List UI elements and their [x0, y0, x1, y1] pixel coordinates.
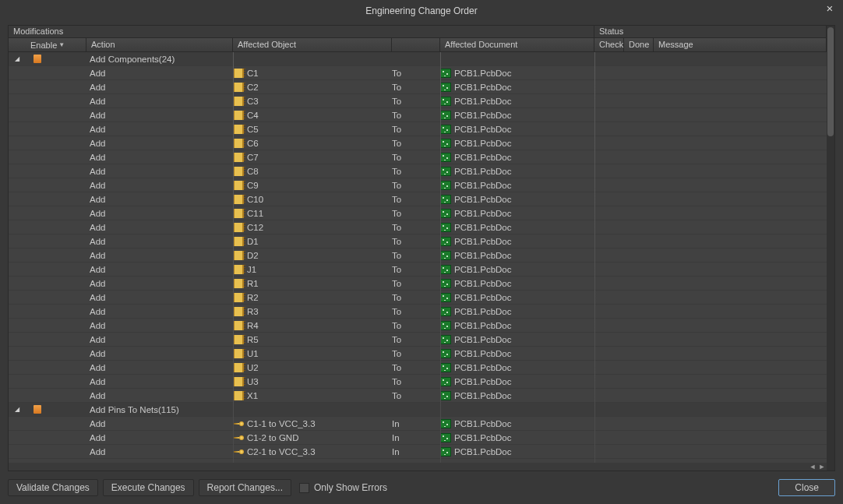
affected-object: J1: [247, 265, 256, 274]
table-row[interactable]: ✓AddC4ToPCB1.PcbDoc: [9, 108, 827, 122]
col-direction[interactable]: [392, 38, 440, 51]
table-row[interactable]: ✓AddC9ToPCB1.PcbDoc: [9, 178, 827, 192]
table-row[interactable]: ✓AddC6ToPCB1.PcbDoc: [9, 136, 827, 150]
group-row[interactable]: ◢Add Pins To Nets(115): [9, 403, 827, 417]
action-cell: Add: [86, 419, 233, 428]
table-row[interactable]: ✓AddU3ToPCB1.PcbDoc: [9, 375, 827, 389]
affected-document: PCB1.PcbDoc: [454, 69, 512, 78]
action-cell: Add: [86, 293, 233, 302]
affected-object: C10: [247, 195, 263, 204]
pcb-doc-icon: [440, 293, 451, 302]
close-button[interactable]: Close: [778, 479, 835, 496]
col-enable[interactable]: Enable: [13, 41, 57, 50]
scrollbar-thumb[interactable]: [827, 27, 834, 136]
col-done[interactable]: Done: [624, 38, 654, 51]
affected-document: PCB1.PcbDoc: [454, 209, 512, 218]
pin-icon: [233, 419, 244, 428]
action-cell: Add: [86, 251, 233, 260]
table-row[interactable]: ✓AddC8ToPCB1.PcbDoc: [9, 164, 827, 178]
action-cell: Add: [86, 83, 233, 92]
table-row[interactable]: ✓AddR4ToPCB1.PcbDoc: [9, 319, 827, 333]
component-icon: [233, 391, 244, 400]
component-icon: [233, 125, 244, 134]
table-row[interactable]: ✓AddD1ToPCB1.PcbDoc: [9, 234, 827, 248]
col-affected-object[interactable]: Affected Object: [233, 38, 392, 51]
component-icon: [233, 279, 244, 288]
affected-object: C1-2 to GND: [247, 433, 298, 442]
eco-grid-frame: Modifications Status Enable ▼ Action Aff…: [8, 25, 835, 471]
affected-object: C1: [247, 69, 259, 78]
affected-document: PCB1.PcbDoc: [454, 167, 512, 176]
table-row[interactable]: ✓AddC1-2 to GNDInPCB1.PcbDoc: [9, 431, 827, 445]
action-cell: Add: [86, 139, 233, 148]
table-row[interactable]: ✓AddC1ToPCB1.PcbDoc: [9, 66, 827, 80]
affected-document: PCB1.PcbDoc: [454, 97, 512, 106]
action-cell: Add: [86, 125, 233, 134]
table-row[interactable]: ✓AddC11ToPCB1.PcbDoc: [9, 206, 827, 220]
direction-cell: To: [392, 195, 440, 204]
direction-cell: To: [392, 153, 440, 162]
table-row[interactable]: ✓AddC7ToPCB1.PcbDoc: [9, 150, 827, 164]
direction-cell: In: [392, 433, 440, 442]
validate-changes-button[interactable]: Validate Changes: [8, 479, 98, 496]
table-row[interactable]: ✓AddC2ToPCB1.PcbDoc: [9, 80, 827, 94]
table-row[interactable]: ✓AddR1ToPCB1.PcbDoc: [9, 277, 827, 291]
scroll-left-icon[interactable]: ◄: [808, 463, 817, 471]
table-row[interactable]: ✓AddU1ToPCB1.PcbDoc: [9, 347, 827, 361]
component-icon: [233, 153, 244, 162]
table-row[interactable]: ✓AddC12ToPCB1.PcbDoc: [9, 220, 827, 234]
pcb-doc-icon: [440, 223, 451, 232]
pcb-doc-icon: [440, 209, 451, 218]
table-row[interactable]: ✓AddR2ToPCB1.PcbDoc: [9, 291, 827, 305]
pcb-doc-icon: [440, 181, 451, 190]
table-row[interactable]: ✓AddD2ToPCB1.PcbDoc: [9, 248, 827, 263]
affected-object: C7: [247, 153, 259, 162]
direction-cell: To: [392, 251, 440, 260]
affected-document: PCB1.PcbDoc: [454, 349, 512, 358]
execute-changes-button[interactable]: Execute Changes: [103, 479, 194, 496]
report-changes-button[interactable]: Report Changes...: [199, 479, 291, 496]
grid-body[interactable]: ◢Add Components(24)✓AddC1ToPCB1.PcbDoc✓A…: [9, 52, 827, 463]
table-row[interactable]: ✓AddJ1ToPCB1.PcbDoc: [9, 263, 827, 277]
group-label: Add Pins To Nets(115): [86, 405, 233, 414]
pcb-doc-icon: [440, 391, 451, 400]
col-affected-document[interactable]: Affected Document: [440, 38, 594, 51]
group-row[interactable]: ◢Add Components(24): [9, 52, 827, 66]
close-icon[interactable]: ×: [823, 2, 837, 15]
direction-cell: To: [392, 307, 440, 316]
pcb-doc-icon: [440, 307, 451, 316]
affected-document: PCB1.PcbDoc: [454, 125, 512, 134]
affected-object: C4: [247, 111, 259, 120]
pcb-doc-icon: [440, 97, 451, 106]
affected-document: PCB1.PcbDoc: [454, 83, 512, 92]
component-icon: [233, 293, 244, 302]
table-row[interactable]: ✓AddC3ToPCB1.PcbDoc: [9, 94, 827, 108]
pcb-doc-icon: [440, 153, 451, 162]
affected-document: PCB1.PcbDoc: [454, 307, 512, 316]
table-row[interactable]: ✓AddR3ToPCB1.PcbDoc: [9, 305, 827, 319]
col-message[interactable]: Message: [654, 38, 827, 51]
table-row[interactable]: ✓AddU2ToPCB1.PcbDoc: [9, 361, 827, 375]
only-show-errors-toggle[interactable]: Only Show Errors: [299, 482, 387, 493]
action-cell: Add: [86, 279, 233, 288]
action-cell: Add: [86, 447, 233, 456]
vertical-scrollbar[interactable]: [827, 26, 834, 471]
col-action[interactable]: Action: [86, 38, 233, 51]
affected-document: PCB1.PcbDoc: [454, 321, 512, 330]
sort-arrow-icon: ▼: [58, 41, 65, 48]
col-check[interactable]: Check: [594, 38, 624, 51]
button-bar: Validate Changes Execute Changes Report …: [8, 478, 835, 498]
table-row[interactable]: ✓AddX1ToPCB1.PcbDoc: [9, 389, 827, 403]
component-icon: [233, 111, 244, 120]
direction-cell: To: [392, 293, 440, 302]
table-row[interactable]: ✓AddC10ToPCB1.PcbDoc: [9, 192, 827, 206]
table-row[interactable]: ✓AddR5ToPCB1.PcbDoc: [9, 333, 827, 347]
action-cell: Add: [86, 167, 233, 176]
table-row[interactable]: ✓AddC2-1 to VCC_3.3InPCB1.PcbDoc: [9, 445, 827, 459]
table-row[interactable]: ✓AddC5ToPCB1.PcbDoc: [9, 122, 827, 136]
window-title: Engineering Change Order: [365, 5, 477, 16]
affected-object: C3: [247, 97, 259, 106]
affected-document: PCB1.PcbDoc: [454, 195, 512, 204]
scroll-right-icon[interactable]: ►: [817, 463, 827, 471]
table-row[interactable]: ✓AddC1-1 to VCC_3.3InPCB1.PcbDoc: [9, 417, 827, 431]
